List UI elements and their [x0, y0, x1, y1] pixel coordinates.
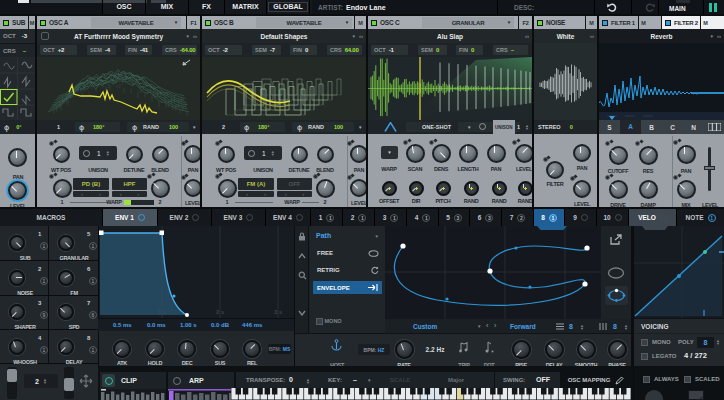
- svg-text:3 s: 3 s: [274, 309, 283, 315]
- svg-text:2 s: 2 s: [216, 309, 225, 315]
